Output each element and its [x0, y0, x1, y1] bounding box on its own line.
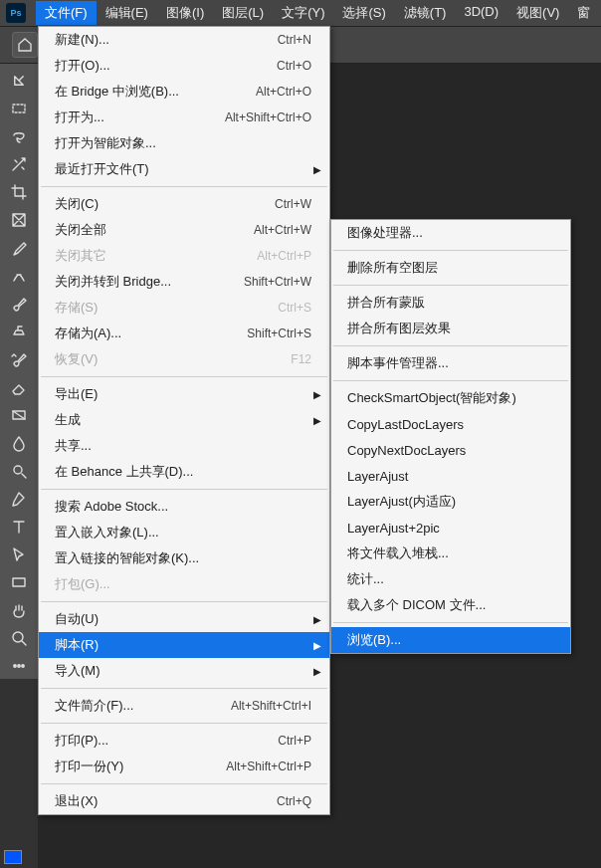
script-item-9[interactable]: CheckSmartObject(智能对象) — [331, 385, 570, 411]
menu-5[interactable]: 选择(S) — [333, 1, 394, 25]
menu-1[interactable]: 编辑(E) — [97, 1, 157, 25]
script-item-11[interactable]: CopyNextDocLayers — [331, 437, 570, 463]
file-item-0[interactable]: 新建(N)...Ctrl+N — [39, 27, 329, 53]
file-item-25[interactable]: 自动(U)▶ — [39, 606, 329, 632]
home-button[interactable] — [12, 32, 38, 58]
type-tool[interactable] — [4, 514, 34, 540]
file-item-2[interactable]: 在 Bridge 中浏览(B)...Alt+Ctrl+O — [39, 79, 329, 105]
more-tool[interactable] — [4, 653, 34, 679]
svg-point-6 — [18, 665, 20, 667]
file-item-27[interactable]: 导入(M)▶ — [39, 658, 329, 684]
script-sep-6 — [333, 345, 568, 346]
lasso-tool[interactable] — [4, 123, 34, 149]
script-item-19[interactable]: 浏览(B)... — [331, 627, 570, 653]
file-sep-33 — [41, 783, 327, 784]
file-label-7: 关闭(C) — [55, 195, 263, 213]
foreground-color[interactable] — [4, 850, 22, 864]
file-item-22[interactable]: 置入链接的智能对象(K)... — [39, 545, 329, 571]
script-item-12[interactable]: LayerAjust — [331, 463, 570, 489]
script-item-17[interactable]: 载入多个 DICOM 文件... — [331, 592, 570, 618]
file-item-8[interactable]: 关闭全部Alt+Ctrl+W — [39, 217, 329, 243]
brush-tool[interactable] — [4, 291, 34, 317]
menu-6[interactable]: 滤镜(T) — [395, 1, 456, 25]
eyedropper-tool[interactable] — [4, 235, 34, 261]
move-tool[interactable] — [4, 68, 34, 94]
script-item-7[interactable]: 脚本事件管理器... — [331, 350, 570, 376]
file-sep-30 — [41, 723, 327, 724]
script-item-14[interactable]: LayerAjust+2pic — [331, 515, 570, 541]
app-logo: Ps — [6, 3, 26, 23]
script-label-19: 浏览(B)... — [347, 631, 552, 649]
file-label-34: 退出(X) — [55, 792, 265, 810]
file-item-15[interactable]: 导出(E)▶ — [39, 381, 329, 407]
blur-tool[interactable] — [4, 430, 34, 456]
script-label-10: CopyLastDocLayers — [347, 417, 552, 432]
file-label-12: 存储为(A)... — [55, 325, 235, 342]
script-item-4[interactable]: 拼合所有蒙版 — [331, 290, 570, 316]
file-item-3[interactable]: 打开为...Alt+Shift+Ctrl+O — [39, 105, 329, 130]
file-label-20: 搜索 Adobe Stock... — [55, 498, 311, 516]
file-shortcut-11: Ctrl+S — [278, 301, 311, 315]
menu-4[interactable]: 文字(Y) — [273, 1, 333, 25]
file-shortcut-29: Alt+Shift+Ctrl+I — [231, 699, 311, 713]
submenu-arrow-icon: ▶ — [313, 415, 321, 426]
file-item-16[interactable]: 生成▶ — [39, 407, 329, 433]
script-item-13[interactable]: LayerAjust(内适应) — [331, 489, 570, 515]
menu-0[interactable]: 文件(F) — [36, 1, 97, 25]
file-item-31[interactable]: 打印(P)...Ctrl+P — [39, 728, 329, 754]
eraser-tool[interactable] — [4, 374, 34, 400]
toolbar — [0, 64, 38, 679]
color-swatch[interactable] — [4, 844, 34, 864]
file-shortcut-8: Alt+Ctrl+W — [254, 223, 311, 237]
dodge-tool[interactable] — [4, 458, 34, 484]
file-shortcut-32: Alt+Shift+Ctrl+P — [226, 760, 311, 773]
file-item-21[interactable]: 置入嵌入对象(L)... — [39, 520, 329, 545]
file-label-23: 打包(G)... — [55, 575, 311, 593]
spot-healing-tool[interactable] — [4, 263, 34, 289]
file-shortcut-31: Ctrl+P — [278, 734, 311, 748]
file-item-5[interactable]: 最近打开文件(T)▶ — [39, 156, 329, 182]
svg-rect-0 — [13, 105, 25, 112]
script-item-10[interactable]: CopyLastDocLayers — [331, 411, 570, 437]
script-item-0[interactable]: 图像处理器... — [331, 220, 570, 246]
menu-7[interactable]: 3D(D) — [455, 1, 507, 25]
menu-2[interactable]: 图像(I) — [157, 1, 213, 25]
file-item-12[interactable]: 存储为(A)...Shift+Ctrl+S — [39, 321, 329, 346]
menu-9[interactable]: 窗 — [568, 1, 599, 25]
rectangle-tool[interactable] — [4, 569, 34, 595]
script-label-2: 删除所有空图层 — [347, 259, 552, 277]
script-item-5[interactable]: 拼合所有图层效果 — [331, 316, 570, 341]
file-item-20[interactable]: 搜索 Adobe Stock... — [39, 494, 329, 520]
frame-tool[interactable] — [4, 207, 34, 233]
file-item-7[interactable]: 关闭(C)Ctrl+W — [39, 191, 329, 217]
file-label-8: 关闭全部 — [55, 221, 242, 239]
magic-wand-tool[interactable] — [4, 151, 34, 177]
file-item-18[interactable]: 在 Behance 上共享(D)... — [39, 459, 329, 485]
file-item-32[interactable]: 打印一份(Y)Alt+Shift+Ctrl+P — [39, 754, 329, 779]
svg-point-7 — [22, 665, 24, 667]
clone-stamp-tool[interactable] — [4, 319, 34, 344]
crop-tool[interactable] — [4, 179, 34, 205]
file-item-11: 存储(S)Ctrl+S — [39, 295, 329, 321]
marquee-tool[interactable] — [4, 96, 34, 121]
script-item-2[interactable]: 删除所有空图层 — [331, 255, 570, 281]
file-label-4: 打开为智能对象... — [55, 134, 311, 152]
file-sep-14 — [41, 376, 327, 377]
file-item-29[interactable]: 文件简介(F)...Alt+Shift+Ctrl+I — [39, 693, 329, 719]
file-item-34[interactable]: 退出(X)Ctrl+Q — [39, 788, 329, 814]
file-item-17[interactable]: 共享... — [39, 433, 329, 459]
history-brush-tool[interactable] — [4, 346, 34, 372]
script-item-16[interactable]: 统计... — [331, 566, 570, 592]
zoom-tool[interactable] — [4, 625, 34, 651]
script-item-15[interactable]: 将文件载入堆栈... — [331, 541, 570, 566]
menu-8[interactable]: 视图(V) — [507, 1, 568, 25]
file-item-26[interactable]: 脚本(R)▶ — [39, 632, 329, 658]
path-select-tool[interactable] — [4, 542, 34, 567]
file-item-10[interactable]: 关闭并转到 Bridge...Shift+Ctrl+W — [39, 269, 329, 295]
file-item-1[interactable]: 打开(O)...Ctrl+O — [39, 53, 329, 79]
file-item-4[interactable]: 打开为智能对象... — [39, 130, 329, 156]
pen-tool[interactable] — [4, 486, 34, 512]
gradient-tool[interactable] — [4, 402, 34, 428]
menu-3[interactable]: 图层(L) — [213, 1, 273, 25]
hand-tool[interactable] — [4, 597, 34, 623]
